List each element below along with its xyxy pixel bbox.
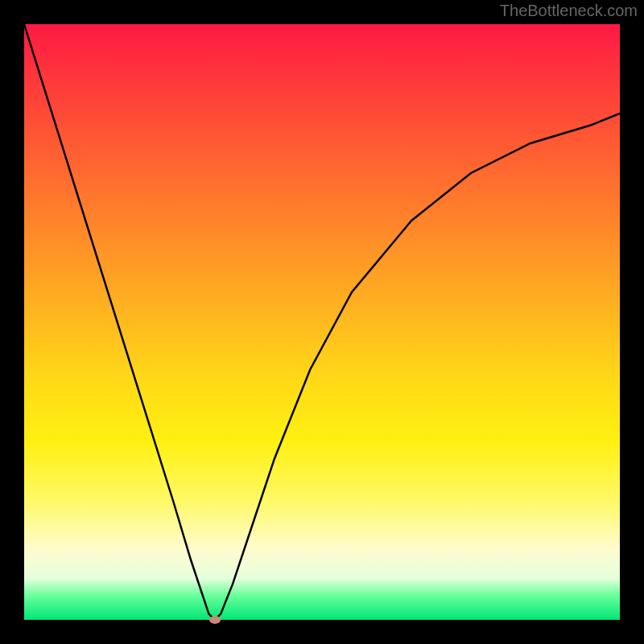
chart-plot-area xyxy=(24,24,620,620)
bottleneck-curve xyxy=(24,24,620,620)
watermark-text: TheBottleneck.com xyxy=(500,2,638,20)
optimum-marker xyxy=(209,616,221,624)
